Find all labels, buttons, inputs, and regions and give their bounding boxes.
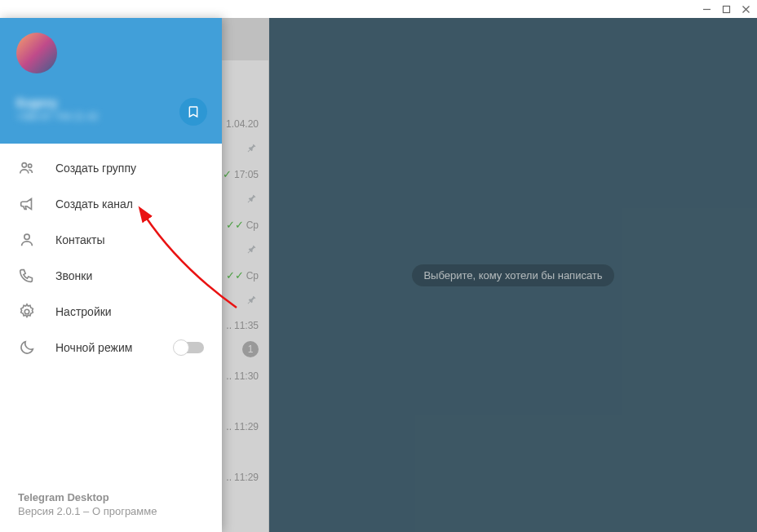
username: Eugeny: [16, 96, 206, 109]
drawer-footer: Telegram Desktop Версия 2.0.1 – О програ…: [0, 480, 222, 532]
drawer-menu: Создать группу Создать канал Контакты Зв…: [0, 144, 222, 480]
close-button[interactable]: [741, 4, 750, 14]
svg-point-6: [24, 234, 29, 239]
menu-calls[interactable]: Звонки: [0, 258, 222, 294]
gear-icon: [18, 303, 36, 321]
contact-icon: [18, 231, 36, 249]
menu-item-label: Настройки: [55, 305, 112, 318]
menu-new-channel[interactable]: Создать канал: [0, 186, 222, 222]
app-version[interactable]: Версия 2.0.1 – О программе: [18, 505, 204, 517]
drawer-header: Eugeny +380 67 744 21 42: [0, 18, 222, 144]
menu-item-label: Звонки: [55, 269, 92, 282]
menu-contacts[interactable]: Контакты: [0, 222, 222, 258]
night-mode-toggle[interactable]: [175, 342, 204, 353]
window-titlebar: [0, 0, 757, 18]
group-icon: [18, 159, 36, 177]
main-drawer: Eugeny +380 67 744 21 42 Создать группу …: [0, 18, 222, 532]
avatar[interactable]: [16, 33, 57, 73]
menu-new-group[interactable]: Создать группу: [0, 150, 222, 186]
menu-night-mode[interactable]: Ночной режим: [0, 330, 222, 366]
menu-item-label: Контакты: [55, 233, 104, 246]
moon-icon: [18, 339, 36, 357]
menu-item-label: Создать канал: [55, 197, 133, 211]
menu-item-label: Создать группу: [55, 162, 136, 175]
phone-number: +380 67 744 21 42: [16, 111, 206, 122]
app-name: Telegram Desktop: [18, 491, 204, 503]
menu-item-label: Ночной режим: [55, 341, 132, 354]
saved-messages-button[interactable]: [179, 98, 207, 126]
megaphone-icon: [18, 195, 36, 213]
svg-point-7: [24, 309, 29, 314]
phone-icon: [18, 267, 36, 285]
svg-point-5: [29, 164, 32, 167]
minimize-button[interactable]: [702, 4, 711, 14]
svg-rect-1: [723, 6, 729, 12]
svg-point-4: [22, 163, 27, 168]
menu-settings[interactable]: Настройки: [0, 294, 222, 330]
maximize-button[interactable]: [721, 4, 731, 14]
